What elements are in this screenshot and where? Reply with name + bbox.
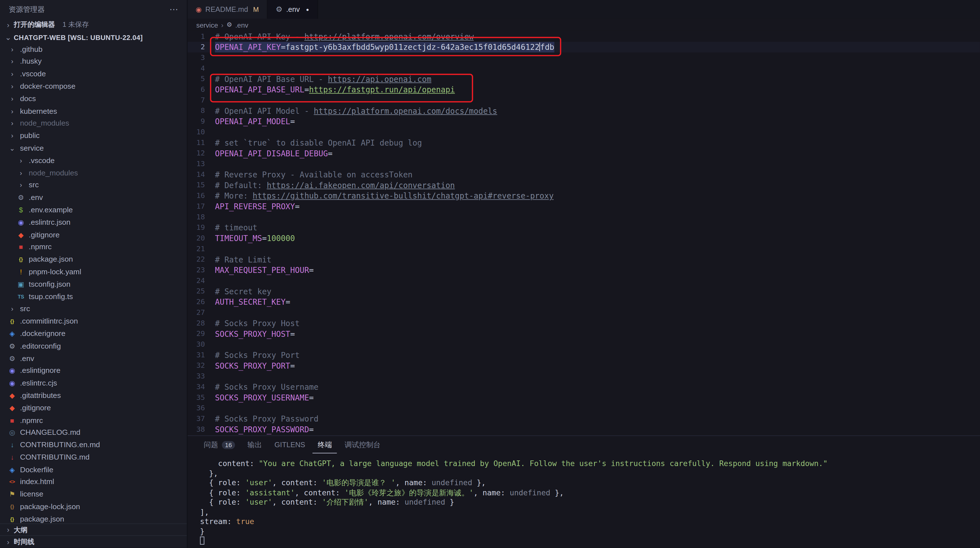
code-line-15[interactable]: 15# Default: https://ai.fakeopen.com/api… bbox=[188, 180, 980, 191]
file-item-.gitattributes[interactable]: ◆.gitattributes bbox=[0, 390, 187, 402]
file-item-Dockerfile[interactable]: ◈Dockerfile bbox=[0, 464, 187, 476]
code-line-1[interactable]: 1# OpenAI API Key - https://platform.ope… bbox=[188, 31, 980, 42]
code-line-38[interactable]: 38SOCKS_PROXY_PASSWORD= bbox=[188, 424, 980, 435]
eslint-icon: ◉ bbox=[16, 216, 25, 229]
json-lock-icon: {} bbox=[8, 501, 17, 513]
file-item-.gitignore[interactable]: ◆.gitignore bbox=[0, 229, 187, 241]
file-item-CHANGELOG.md[interactable]: ◎CHANGELOG.md bbox=[0, 427, 187, 439]
code-line-28[interactable]: 28# Socks Proxy Host bbox=[188, 318, 980, 329]
file-item-license[interactable]: ⚑license bbox=[0, 489, 187, 501]
code-line-5[interactable]: 5# OpenAI API Base URL - https://api.ope… bbox=[188, 74, 980, 84]
folder-item-kubernetes[interactable]: ›kubernetes bbox=[0, 105, 187, 118]
folder-item-docs[interactable]: ›docs bbox=[0, 93, 187, 105]
code-line-16[interactable]: 16# More: https://github.com/transitive-… bbox=[188, 191, 980, 201]
file-item-.eslintrc.cjs[interactable]: ◉.eslintrc.cjs bbox=[0, 377, 187, 390]
code-line-30[interactable]: 30 bbox=[188, 339, 980, 350]
terminal-token-undef: undefined bbox=[405, 498, 445, 507]
code-line-36[interactable]: 36 bbox=[188, 403, 980, 414]
code-line-35[interactable]: 35SOCKS_PROXY_USERNAME= bbox=[188, 392, 980, 403]
code-line-9[interactable]: 9OPENAI_API_MODEL= bbox=[188, 116, 980, 127]
folder-item-src[interactable]: ›src bbox=[0, 303, 187, 315]
panel-tab-debug-console[interactable]: 调试控制台 bbox=[339, 436, 385, 453]
panel-tab-terminal[interactable]: 终端 bbox=[313, 436, 337, 453]
open-editors-section[interactable]: › 打开的编辑器 1 未保存 bbox=[0, 19, 187, 31]
code-line-32[interactable]: 32SOCKS_PROXY_PORT= bbox=[188, 361, 980, 371]
code-line-25[interactable]: 25# Secret key bbox=[188, 286, 980, 297]
file-item-.eslintrc.json[interactable]: ◉.eslintrc.json bbox=[0, 216, 187, 229]
code-line-13[interactable]: 13 bbox=[188, 159, 980, 169]
readme-file-icon: ◉ bbox=[196, 5, 202, 14]
file-item-.eslintignore[interactable]: ◉.eslintignore bbox=[0, 365, 187, 377]
explorer-title: 资源管理器 bbox=[9, 5, 45, 14]
file-item-tsconfig.json[interactable]: ▣tsconfig.json bbox=[0, 278, 187, 291]
code-line-12[interactable]: 12OPENAI_API_DISABLE_DEBUG= bbox=[188, 148, 980, 159]
code-line-31[interactable]: 31# Socks Proxy Port bbox=[188, 350, 980, 361]
folder-item-node_modules[interactable]: ›node_modules bbox=[0, 167, 187, 179]
folder-item-src[interactable]: ›src bbox=[0, 179, 187, 192]
breadcrumb-service[interactable]: service bbox=[196, 21, 218, 29]
panel-tab-problems[interactable]: 问题 16 bbox=[199, 436, 240, 453]
code-line-2[interactable]: 2OPENAI_API_KEY=fastgpt-y6b3axfbdd5wyp01… bbox=[188, 42, 980, 52]
breadcrumb-env[interactable]: .env bbox=[235, 21, 248, 29]
code-line-18[interactable]: 18 bbox=[188, 212, 980, 222]
code-line-29[interactable]: 29SOCKS_PROXY_HOST= bbox=[188, 329, 980, 339]
code-editor[interactable]: 1# OpenAI API Key - https://platform.ope… bbox=[188, 31, 980, 435]
file-item-index.html[interactable]: <>index.html bbox=[0, 476, 187, 489]
folder-item-node_modules[interactable]: ›node_modules bbox=[0, 118, 187, 130]
file-item-.env[interactable]: ⚙.env bbox=[0, 353, 187, 365]
code-line-17[interactable]: 17API_REVERSE_PROXY= bbox=[188, 201, 980, 212]
folder-item-.vscode[interactable]: ›.vscode bbox=[0, 155, 187, 167]
code-line-4[interactable]: 4 bbox=[188, 63, 980, 74]
file-item-CONTRIBUTING.en.md[interactable]: ↓CONTRIBUTING.en.md bbox=[0, 439, 187, 451]
tree-item-label: node_modules bbox=[20, 118, 69, 130]
folder-item-service[interactable]: ⌄service bbox=[0, 143, 187, 155]
file-item-.dockerignore[interactable]: ◈.dockerignore bbox=[0, 328, 187, 340]
code-line-10[interactable]: 10 bbox=[188, 127, 980, 137]
file-item-.env[interactable]: ⚙.env bbox=[0, 192, 187, 204]
ellipsis-icon[interactable]: ⋯ bbox=[169, 5, 178, 14]
code-line-24[interactable]: 24 bbox=[188, 275, 980, 286]
file-item-package-lock.json[interactable]: {}package-lock.json bbox=[0, 501, 187, 513]
file-item-.npmrc[interactable]: ■.npmrc bbox=[0, 415, 187, 427]
folder-item-docker-compose[interactable]: ›docker-compose bbox=[0, 81, 187, 93]
code-line-7[interactable]: 7 bbox=[188, 95, 980, 106]
code-line-3[interactable]: 3 bbox=[188, 52, 980, 63]
workspace-root[interactable]: ⌄ CHATGPT-WEB [WSL: UBUNTU-22.04] bbox=[0, 31, 187, 43]
file-item-.commitlintrc.json[interactable]: {}.commitlintrc.json bbox=[0, 315, 187, 328]
code-line-8[interactable]: 8# OpenAI API Model - https://platform.o… bbox=[188, 106, 980, 116]
file-item-.npmrc[interactable]: ■.npmrc bbox=[0, 241, 187, 254]
tab-readme[interactable]: ◉ README.md M bbox=[188, 0, 267, 19]
file-item-CONTRIBUTING.md[interactable]: ↓CONTRIBUTING.md bbox=[0, 451, 187, 464]
outline-section[interactable]: › 大纲 bbox=[0, 523, 187, 535]
code-line-6[interactable]: 6OPENAI_API_BASE_URL=https://fastgpt.run… bbox=[188, 84, 980, 95]
code-line-34[interactable]: 34# Socks Proxy Username bbox=[188, 381, 980, 392]
panel-tab-gitlens[interactable]: GITLENS bbox=[269, 436, 310, 453]
folder-item-.github[interactable]: ›.github bbox=[0, 43, 187, 56]
token-key: SOCKS_PROXY_HOST bbox=[215, 329, 290, 338]
file-item-tsup.config.ts[interactable]: TStsup.config.ts bbox=[0, 291, 187, 303]
folder-item-.husky[interactable]: ›.husky bbox=[0, 56, 187, 68]
file-item-package.json[interactable]: {}package.json bbox=[0, 254, 187, 266]
terminal-token-undef: undefined bbox=[432, 478, 472, 487]
code-line-27[interactable]: 27 bbox=[188, 307, 980, 318]
file-item-pnpm-lock.yaml[interactable]: !pnpm-lock.yaml bbox=[0, 266, 187, 278]
file-item-.gitignore[interactable]: ◆.gitignore bbox=[0, 402, 187, 415]
timeline-section[interactable]: › 时间线 bbox=[0, 535, 187, 548]
code-line-19[interactable]: 19# timeout bbox=[188, 222, 980, 233]
code-line-37[interactable]: 37# Socks Proxy Password bbox=[188, 413, 980, 424]
file-item-.env.example[interactable]: $.env.example bbox=[0, 204, 187, 216]
code-line-11[interactable]: 11# set `true` to disable OpenAI API deb… bbox=[188, 137, 980, 148]
folder-item-.vscode[interactable]: ›.vscode bbox=[0, 68, 187, 81]
file-item-.editorconfig[interactable]: ⚙.editorconfig bbox=[0, 340, 187, 353]
tab-env[interactable]: ⚙ .env ● bbox=[268, 0, 318, 19]
code-line-23[interactable]: 23MAX_REQUEST_PER_HOUR= bbox=[188, 265, 980, 275]
code-line-22[interactable]: 22# Rate Limit bbox=[188, 254, 980, 265]
terminal-output[interactable]: content: "You are ChatGPT, a large langu… bbox=[188, 453, 980, 548]
panel-tab-output[interactable]: 输出 bbox=[243, 436, 267, 453]
code-line-14[interactable]: 14# Reverse Proxy - Available on accessT… bbox=[188, 169, 980, 180]
code-line-33[interactable]: 33 bbox=[188, 371, 980, 381]
code-line-20[interactable]: 20TIMEOUT_MS=100000 bbox=[188, 233, 980, 244]
code-line-21[interactable]: 21 bbox=[188, 244, 980, 254]
code-line-26[interactable]: 26AUTH_SECRET_KEY= bbox=[188, 297, 980, 308]
folder-item-public[interactable]: ›public bbox=[0, 130, 187, 143]
